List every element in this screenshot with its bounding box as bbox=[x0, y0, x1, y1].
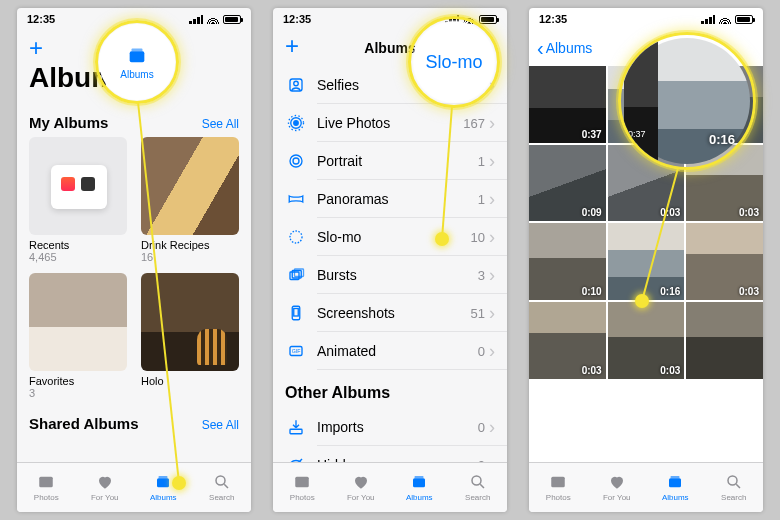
tab-photos[interactable]: Photos bbox=[273, 463, 332, 512]
row-panoramas[interactable]: Panoramas 1 › bbox=[273, 180, 507, 218]
add-album-button[interactable]: + bbox=[285, 32, 299, 60]
back-label: Albums bbox=[546, 40, 593, 56]
wifi-icon bbox=[719, 14, 731, 24]
row-label: Selfies bbox=[317, 77, 478, 93]
video-thumbnail[interactable]: 0:09 bbox=[529, 145, 606, 222]
video-thumbnail[interactable]: 0:03 bbox=[686, 145, 763, 222]
row-portrait[interactable]: Portrait 1 › bbox=[273, 142, 507, 180]
shared-albums-see-all[interactable]: See All bbox=[202, 418, 239, 432]
tab-albums[interactable]: Albums bbox=[646, 463, 705, 512]
video-thumbnail[interactable]: 0:16 bbox=[608, 223, 685, 300]
row-screenshots[interactable]: Screenshots 51 › bbox=[273, 294, 507, 332]
album-count: 4,465 bbox=[29, 251, 127, 263]
album-name: Recents bbox=[29, 239, 127, 251]
album-thumbnail bbox=[29, 273, 127, 371]
chevron-right-icon: › bbox=[489, 227, 495, 248]
album-name: Favorites bbox=[29, 375, 127, 387]
album-name: Drink Recipes bbox=[141, 239, 239, 251]
svg-rect-22 bbox=[296, 477, 310, 488]
video-thumbnail[interactable]: 0:16 bbox=[608, 66, 685, 143]
tab-search[interactable]: Search bbox=[449, 463, 508, 512]
chevron-right-icon: › bbox=[489, 75, 495, 96]
selfies-icon bbox=[285, 76, 307, 94]
row-count: 0 bbox=[478, 458, 485, 463]
tab-bar: Photos For You Albums Search bbox=[529, 462, 763, 512]
back-button[interactable]: ‹Albums bbox=[537, 37, 592, 60]
video-thumbnail[interactable]: 0:10 bbox=[529, 223, 606, 300]
album-count: 3 bbox=[29, 387, 127, 399]
tab-label: For You bbox=[347, 493, 375, 502]
slomo-content: ‹Albums 0:37 0:16 0:09 0:03 0:03 0:10 0:… bbox=[529, 30, 763, 462]
video-thumbnail[interactable] bbox=[686, 66, 763, 143]
status-bar: 12:35 bbox=[273, 8, 507, 30]
row-hidden[interactable]: Hidden 0 › bbox=[273, 446, 507, 462]
video-thumbnail[interactable]: 0:03 bbox=[529, 302, 606, 379]
tab-for-you[interactable]: For You bbox=[76, 463, 135, 512]
battery-icon bbox=[479, 15, 497, 24]
row-selfies[interactable]: Selfies 4 › bbox=[273, 66, 507, 104]
tab-label: For You bbox=[603, 493, 631, 502]
row-label: Panoramas bbox=[317, 191, 478, 207]
row-count: 1 bbox=[478, 154, 485, 169]
my-albums-see-all[interactable]: See All bbox=[202, 117, 239, 131]
album-drink-recipes[interactable]: Drink Recipes 16 bbox=[141, 137, 239, 263]
tab-search[interactable]: Search bbox=[193, 463, 252, 512]
row-count: 0 bbox=[478, 420, 485, 435]
page-title: Albums bbox=[17, 62, 251, 104]
tab-photos[interactable]: Photos bbox=[529, 463, 588, 512]
video-duration: 0:16 bbox=[660, 129, 680, 140]
animated-icon: GIF bbox=[285, 342, 307, 360]
album-recents[interactable]: Recents 4,465 bbox=[29, 137, 127, 263]
screen-slomo-grid: 12:35 ‹Albums 0:37 0:16 0:09 0:03 0:03 0… bbox=[529, 8, 763, 512]
row-live-photos[interactable]: Live Photos 167 › bbox=[273, 104, 507, 142]
row-animated[interactable]: GIF Animated 0 › bbox=[273, 332, 507, 370]
video-thumbnail[interactable]: 0:03 bbox=[608, 302, 685, 379]
row-label: Hidden bbox=[317, 457, 478, 462]
add-album-button[interactable]: + bbox=[29, 34, 43, 62]
row-label: Bursts bbox=[317, 267, 478, 283]
status-indicators bbox=[445, 14, 497, 24]
video-grid: 0:37 0:16 0:09 0:03 0:03 0:10 0:16 0:03 … bbox=[529, 66, 763, 379]
row-bursts[interactable]: Bursts 3 › bbox=[273, 256, 507, 294]
row-imports[interactable]: Imports 0 › bbox=[273, 408, 507, 446]
svg-point-30 bbox=[728, 476, 737, 485]
chevron-right-icon: › bbox=[489, 265, 495, 286]
shared-albums-title: Shared Albums bbox=[29, 415, 138, 432]
row-slo-mo[interactable]: Slo-mo 10 › bbox=[273, 218, 507, 256]
album-holo[interactable]: Holo bbox=[141, 273, 239, 399]
bursts-icon bbox=[285, 266, 307, 284]
battery-icon bbox=[223, 15, 241, 24]
video-thumbnail[interactable] bbox=[686, 302, 763, 379]
video-duration: 0:03 bbox=[582, 365, 602, 376]
svg-rect-2 bbox=[159, 476, 168, 478]
other-albums-header: Other Albums bbox=[273, 370, 507, 408]
video-duration: 0:03 bbox=[660, 207, 680, 218]
tab-bar: Photos For You Albums Search bbox=[273, 462, 507, 512]
tab-for-you[interactable]: For You bbox=[588, 463, 647, 512]
wifi-icon bbox=[207, 14, 219, 24]
tab-label: For You bbox=[91, 493, 119, 502]
svg-point-6 bbox=[294, 81, 299, 86]
svg-text:GIF: GIF bbox=[292, 348, 301, 354]
video-thumbnail[interactable]: 0:03 bbox=[686, 223, 763, 300]
my-albums-title: My Albums bbox=[29, 114, 108, 131]
video-duration: 0:16 bbox=[660, 286, 680, 297]
chevron-right-icon: › bbox=[489, 417, 495, 438]
tab-photos[interactable]: Photos bbox=[17, 463, 76, 512]
tab-label: Search bbox=[721, 493, 746, 502]
row-count: 167 bbox=[463, 116, 485, 131]
row-count: 10 bbox=[471, 230, 485, 245]
chevron-right-icon: › bbox=[489, 455, 495, 463]
shared-albums-header: Shared Albums See All bbox=[17, 405, 251, 438]
tab-for-you[interactable]: For You bbox=[332, 463, 391, 512]
row-label: Portrait bbox=[317, 153, 478, 169]
my-albums-header: My Albums See All bbox=[17, 104, 251, 137]
nav-bar: ‹Albums bbox=[529, 30, 763, 66]
album-favorites[interactable]: Favorites 3 bbox=[29, 273, 127, 399]
tab-search[interactable]: Search bbox=[705, 463, 764, 512]
video-thumbnail[interactable]: 0:37 bbox=[529, 66, 606, 143]
video-thumbnail[interactable]: 0:03 bbox=[608, 145, 685, 222]
tab-albums[interactable]: Albums bbox=[390, 463, 449, 512]
album-count: 16 bbox=[141, 251, 239, 263]
status-time: 12:35 bbox=[539, 13, 567, 25]
